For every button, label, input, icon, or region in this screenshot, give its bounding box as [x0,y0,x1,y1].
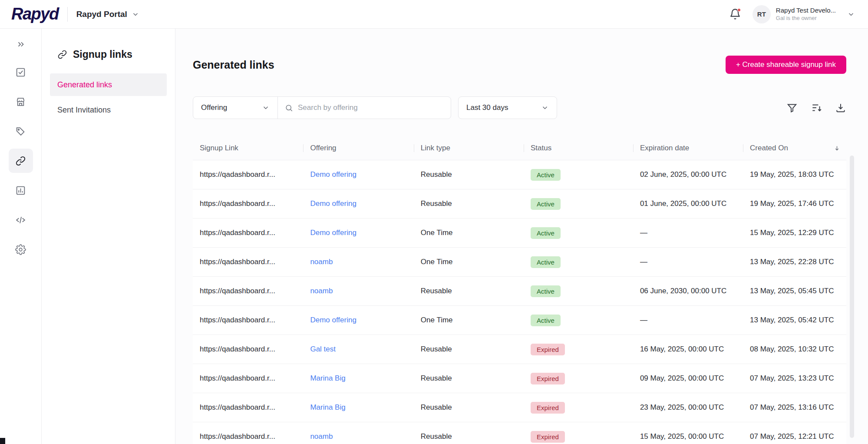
cell-signup-link: https://qadashboard.r... [193,345,303,354]
date-range-dropdown[interactable]: Last 30 days [458,96,557,119]
table-row[interactable]: https://qadashboard.r... noamb Reusable … [193,422,846,444]
cell-expiration-date: 16 May, 2025, 00:00 UTC [633,345,743,354]
rail-item-reports[interactable] [9,178,33,202]
cell-expiration-date: — [633,229,743,237]
cell-created-on: 13 May, 2025, 05:42 UTC [743,316,846,325]
sidebar: Signup links Generated links Sent Invita… [42,29,175,444]
create-signup-link-button[interactable]: + Create shareable signup link [726,56,846,74]
offering-link[interactable]: Marina Big [310,374,345,382]
table-row[interactable]: https://qadashboard.r... Marina Big Reus… [193,393,846,422]
status-badge: Active [531,198,561,210]
status-badge: Expired [531,431,565,443]
notifications-button[interactable] [729,8,741,20]
settings-gear-icon [15,244,26,255]
header-right: RT Rapyd Test Develo... Gal is the owner [729,5,855,23]
cell-signup-link: https://qadashboard.r... [193,258,303,266]
portal-switcher[interactable]: Rapyd Portal [76,10,139,19]
search-box [278,97,451,119]
cell-link-type: One Time [414,316,524,325]
status-badge: Expired [531,373,565,384]
offering-link[interactable]: Demo offering [310,316,356,324]
cell-signup-link: https://qadashboard.r... [193,287,303,295]
offering-link[interactable]: Demo offering [310,170,356,179]
chevron-down-icon [132,10,139,18]
offering-link[interactable]: Gal test [310,345,336,353]
search-icon [285,104,293,112]
rail-item-store[interactable] [9,89,33,114]
table-row[interactable]: https://qadashboard.r... Demo offering R… [193,160,846,189]
offering-link[interactable]: Demo offering [310,199,356,208]
offering-link[interactable]: noamb [310,432,333,441]
screen-corner-artifact [0,438,5,444]
brand-area: Rapyd Rapyd Portal [11,5,139,23]
offering-link[interactable]: noamb [310,287,333,295]
column-header-link-type[interactable]: Link type [414,144,524,152]
cell-created-on: 08 May, 2025, 10:32 UTC [743,345,846,354]
cell-expiration-date: 02 June, 2025, 00:00 UTC [633,170,743,179]
filter-button[interactable] [786,102,798,113]
column-header-created-on[interactable]: Created On [743,144,846,152]
account-menu[interactable]: RT Rapyd Test Develo... Gal is the owner [752,5,836,23]
table-row[interactable]: https://qadashboard.r... Demo offering O… [193,305,846,335]
sidebar-items: Generated links Sent Invitations [42,73,175,121]
download-icon [835,102,846,113]
download-button[interactable] [835,102,846,113]
cell-created-on: 15 May, 2025, 12:29 UTC [743,229,846,237]
table-scrollbar[interactable] [850,156,854,438]
table-row[interactable]: https://qadashboard.r... noamb Reusable … [193,276,846,305]
page-title: Generated links [193,59,274,71]
column-header-offering[interactable]: Offering [303,144,413,152]
table-row[interactable]: https://qadashboard.r... Demo offering O… [193,218,846,247]
cell-link-type: Reusable [414,287,524,295]
table-row[interactable]: https://qadashboard.r... noamb One Time … [193,247,846,276]
cell-created-on: 19 May, 2025, 18:03 UTC [743,170,846,179]
offering-link[interactable]: Demo offering [310,229,356,237]
sidebar-item-sent-invitations[interactable]: Sent Invitations [50,99,167,121]
sort-lines-icon [811,102,822,113]
cell-link-type: Reusable [414,432,524,441]
cell-signup-link: https://qadashboard.r... [193,316,303,325]
cell-signup-link: https://qadashboard.r... [193,432,303,441]
sidebar-title-text: Signup links [73,49,132,60]
filter-bar: Offering Last 30 days [193,96,846,119]
column-header-expiration-date[interactable]: Expiration date [633,144,743,152]
offering-filter-dropdown[interactable]: Offering [193,97,277,119]
double-chevron-right-icon [16,40,26,49]
search-input[interactable] [298,103,444,112]
sort-button[interactable] [811,102,822,113]
rail-item-developers[interactable] [9,208,33,232]
offering-link[interactable]: Marina Big [310,403,345,411]
cell-link-type: Reusable [414,345,524,354]
column-header-signup-link[interactable]: Signup Link [193,144,303,152]
cell-expiration-date: 23 May, 2025, 00:00 UTC [633,403,743,412]
cell-link-type: One Time [414,229,524,237]
table-row[interactable]: https://qadashboard.r... Gal test Reusab… [193,335,846,364]
cell-expiration-date: — [633,258,743,266]
table-row[interactable]: https://qadashboard.r... Marina Big Reus… [193,364,846,393]
sidebar-item-generated-links[interactable]: Generated links [50,73,167,96]
rail-item-settings[interactable] [9,237,33,262]
expand-sidebar-button[interactable] [11,36,30,53]
cell-expiration-date: 09 May, 2025, 00:00 UTC [633,374,743,383]
store-icon [15,96,26,107]
tags-icon [15,126,26,137]
table-header-row: Signup Link Offering Link type Status Ex… [193,136,846,160]
status-badge: Active [531,285,561,297]
rail-item-checklist[interactable] [9,60,33,84]
code-icon [15,215,26,225]
rail-item-signup-links[interactable] [9,149,33,173]
portal-label: Rapyd Portal [76,10,127,19]
offering-link[interactable]: noamb [310,258,333,266]
column-header-status[interactable]: Status [524,144,633,152]
filter-actions [786,102,846,113]
rail-item-offerings[interactable] [9,119,33,143]
cell-created-on: 07 May, 2025, 13:16 UTC [743,403,846,412]
icon-rail [0,29,42,444]
status-badge: Expired [531,344,565,355]
status-badge: Active [531,256,561,268]
sidebar-title: Signup links [42,49,175,60]
status-badge: Active [531,169,561,181]
table-row[interactable]: https://qadashboard.r... Demo offering R… [193,189,846,218]
account-chevron-down-icon[interactable] [847,10,855,18]
notification-dot [737,8,741,12]
